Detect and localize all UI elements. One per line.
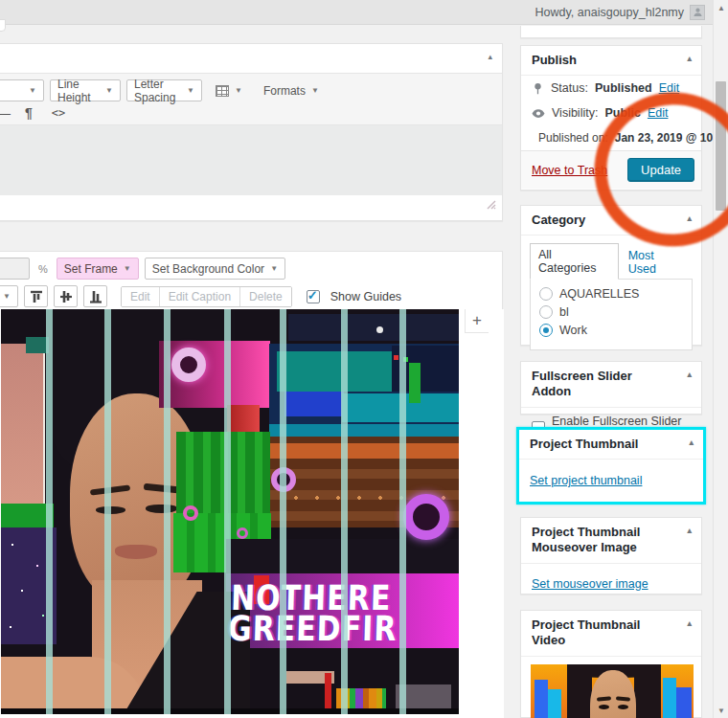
howdy-greeting[interactable]: Howdy, anaisgoupy_hl2nmy [535,6,684,19]
project-thumbnail-highlight: Project Thumbnail ▴ Set project thumbnai… [516,427,706,505]
resize-grip-icon[interactable] [487,196,496,213]
mouseover-image-header[interactable]: Project Thumbnail Mouseover Image ▴ [521,518,701,563]
align-bottom-icon[interactable] [83,285,107,307]
thumbnail-video-metabox: Project Thumbnail Video ▴ [520,610,702,718]
category-item-bl: bl [539,305,686,319]
edit-status-link[interactable]: Edit [659,81,680,95]
cutoff-input-corner [0,19,6,32]
image-canvas: + [0,309,504,718]
collapse-toggle-icon[interactable]: ▴ [689,438,694,448]
show-guides-label: Show Guides [330,290,401,303]
category-item-aquarelles: AQUARELLES [539,287,686,301]
tinymce-toolbar: ▼ Line Height ▼ Letter Spacing ▼ ▼ Forma… [0,73,502,125]
move-to-trash-link[interactable]: Move to Trash [532,164,607,177]
collapse-toggle-icon[interactable]: ▴ [687,526,692,536]
collapse-toggle-icon[interactable]: ▴ [687,618,692,629]
scrollbar-thumb[interactable] [716,81,726,211]
zoom-plus-button[interactable]: + [465,309,489,333]
page-scrollbar[interactable]: ▲ ▼ [713,0,728,718]
frame-toolbar: % Set Frame ▼ Set Background Color ▼ ▼ [0,252,502,312]
guide-line[interactable] [104,309,111,714]
align-top-icon[interactable] [24,285,48,307]
set-frame-button[interactable]: Set Frame ▼ [57,258,139,280]
glitch-artwork-image[interactable]: NOTHERE GREEDFIR [1,309,459,714]
mouseover-image-metabox: Project Thumbnail Mouseover Image ▴ Set … [520,517,702,595]
percent-label: % [35,263,51,275]
formats-dropdown[interactable]: Formats ▼ [256,79,327,101]
publish-footer: Move to Trash Update [521,150,701,189]
category-item-work: Work [539,324,686,337]
thumbnail-video-header[interactable]: Project Thumbnail Video ▴ [521,611,701,656]
category-header[interactable]: Category ▴ [521,206,701,235]
table-icon [216,85,229,97]
collapse-toggle-icon[interactable]: ▴ [687,213,692,224]
delete-button[interactable]: Delete [240,287,291,306]
set-project-thumbnail-link[interactable]: Set project thumbnail [530,474,642,487]
publish-header[interactable]: Publish ▴ [521,46,701,75]
guide-line[interactable] [341,309,348,714]
published-on-row: Published on: Jan 23, 2019 @ 10:24 Edit [521,125,701,150]
publish-metabox: Publish ▴ Status: Published Edit Visibil… [520,45,702,191]
font-dropdown[interactable]: ▼ [0,79,44,101]
text-editor-header[interactable]: ▴ [0,44,502,73]
category-label: Work [559,324,587,337]
scroll-up-icon[interactable]: ▲ [714,0,728,15]
collapsed-metabox-sliver [520,26,702,38]
line-height-dropdown[interactable]: Line Height ▼ [50,79,121,101]
hr-icon[interactable]: — [0,105,12,121]
guide-line[interactable] [280,309,286,714]
category-metabox: Category ▴ All Categories Most Used AQUA… [520,205,702,346]
code-icon[interactable]: <> [45,106,72,120]
category-tabs: All Categories Most Used [521,236,701,280]
guide-line[interactable] [164,309,171,714]
set-mouseover-image-link[interactable]: Set mouseover image [532,577,648,591]
editor-statusbar [0,195,502,217]
update-button[interactable]: Update [627,158,694,182]
admin-bar: Howdy, anaisgoupy_hl2nmy [0,0,713,25]
show-guides-checkbox[interactable] [307,290,320,303]
guide-line[interactable] [46,309,53,714]
text-editor-metabox: ▴ ▼ Line Height ▼ Letter Spacing ▼ ▼ [0,43,503,221]
scroll-down-icon[interactable]: ▼ [714,703,728,718]
glitch-text-line2: GREEDFIR [227,609,398,649]
fullscreen-slider-header[interactable]: Fullscreen Slider Addon ▴ [521,362,701,407]
eye-icon [532,108,545,119]
category-label: bl [559,305,569,319]
project-thumbnail-header[interactable]: Project Thumbnail ▴ [519,430,703,459]
percent-input[interactable] [0,258,30,280]
fullscreen-slider-metabox: Fullscreen Slider Addon ▴ Enable Fullscr… [520,361,702,415]
category-list: AQUARELLESblWork [530,279,693,350]
size-dropdown[interactable]: ▼ [0,285,18,307]
category-radio[interactable] [539,324,553,337]
align-middle-icon[interactable] [54,285,78,307]
category-label: AQUARELLES [559,287,639,301]
paragraph-icon[interactable]: ¶ [18,105,39,121]
user-avatar-icon[interactable] [690,5,705,20]
tab-most-used[interactable]: Most Used [619,245,693,280]
pin-icon [532,82,544,95]
edit-button-group: Edit Edit Caption Delete [121,286,292,307]
collapse-toggle-icon[interactable]: ▴ [687,370,692,380]
collapse-toggle-icon[interactable]: ▴ [687,54,692,64]
table-dropdown[interactable]: ▼ [208,79,250,101]
guide-line[interactable] [224,309,231,714]
status-row: Status: Published Edit [521,76,701,101]
set-background-color-button[interactable]: Set Background Color ▼ [145,258,285,280]
video-thumbnail-image[interactable] [531,664,694,718]
edit-caption-button[interactable]: Edit Caption [160,287,240,306]
tab-all-categories[interactable]: All Categories [530,243,619,280]
frame-editor-metabox: % Set Frame ▼ Set Background Color ▼ ▼ [0,251,503,718]
category-radio[interactable] [539,287,553,301]
editor-content-area[interactable] [0,125,502,195]
collapse-toggle-icon[interactable]: ▴ [488,52,492,61]
guide-line[interactable] [399,309,406,714]
letter-spacing-dropdown[interactable]: Letter Spacing ▼ [126,79,202,101]
edit-button[interactable]: Edit [122,287,160,306]
category-radio[interactable] [539,305,553,319]
visibility-row: Visibility: Public Edit [521,101,701,125]
wordpress-admin-screen: Howdy, anaisgoupy_hl2nmy ▴ ▼ Line Height… [0,0,728,718]
edit-visibility-link[interactable]: Edit [648,106,669,120]
